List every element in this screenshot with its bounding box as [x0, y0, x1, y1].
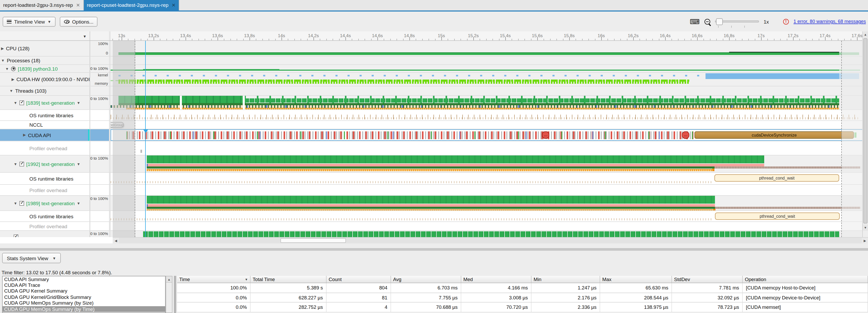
- stats-view-dropdown[interactable]: Stats System View ▼: [2, 253, 61, 263]
- timeline-row[interactable]: ▶CUDA HW (0000:19:00.0 - NVIDIA kernelme…: [0, 73, 868, 86]
- list-table-splitter[interactable]: [174, 276, 176, 313]
- cpu-utilization-track[interactable]: [111, 41, 868, 56]
- timeline-row[interactable]: ▼Threads (103): [0, 86, 868, 96]
- scrollbar-thumb[interactable]: [863, 38, 867, 223]
- timeline-view-dropdown[interactable]: Timeline View ▼: [3, 16, 55, 27]
- options-button[interactable]: Options...: [60, 16, 97, 27]
- zoom-slider[interactable]: [715, 17, 759, 26]
- column-header[interactable]: StdDev: [672, 276, 743, 283]
- cuda-hw-track[interactable]: [111, 73, 868, 86]
- timeline-horizontal-scrollbar[interactable]: ◀ ▶: [113, 237, 868, 243]
- column-header[interactable]: Operation: [743, 276, 868, 283]
- process-utilization-track[interactable]: [111, 65, 868, 72]
- scroll-up-icon[interactable]: ▲: [166, 276, 172, 283]
- diagnostics-messages-link[interactable]: 1 error, 80 warnings, 68 messages: [794, 19, 866, 24]
- chevron-down-icon[interactable]: ▼: [77, 162, 81, 166]
- tab-report-loadtest[interactable]: report-loadtest-2gpu-3.nsys-rep ✕: [0, 0, 84, 10]
- expand-icon[interactable]: ▶: [11, 77, 14, 81]
- os-runtime-track[interactable]: [111, 110, 868, 120]
- profiler-overhead-track[interactable]: [111, 141, 868, 155]
- timeline-row[interactable]: 0 to 100%: [0, 231, 868, 237]
- thread-1839-track[interactable]: [111, 96, 868, 109]
- timeline-row[interactable]: OS runtime libraries: [0, 110, 868, 121]
- table-row[interactable]: 0.0%282.752 µs470.688 µs70.720 µs2.336 µ…: [177, 303, 868, 312]
- expand-icon[interactable]: ▶: [1, 46, 4, 50]
- pthread-cond-wait-event[interactable]: pthread_cond_wait: [715, 212, 840, 220]
- nccl-track[interactable]: ncclGroup...: [111, 121, 868, 129]
- table-row[interactable]: 0.0%628.227 µs817.755 µs3.008 µs2.176 µs…: [177, 293, 868, 303]
- cuda-api-track[interactable]: ... ... cudaDeviceSynchronize: [111, 129, 868, 141]
- timeline-row[interactable]: ▼Processes (18): [0, 57, 868, 65]
- column-header[interactable]: Max: [600, 276, 672, 283]
- expand-icon[interactable]: ▶: [23, 133, 26, 137]
- timeline-row[interactable]: NCCL ncclGroup...: [0, 121, 868, 129]
- app-window: report-loadtest-2gpu-3.nsys-rep ✕ report…: [0, 0, 868, 313]
- column-header[interactable]: Med: [461, 276, 531, 283]
- list-scrollbar[interactable]: ▲: [166, 276, 173, 313]
- scroll-down-icon[interactable]: ▼: [863, 224, 868, 231]
- tree-filter-dropdown-icon[interactable]: ▼: [83, 35, 87, 38]
- column-header[interactable]: Avg: [391, 276, 461, 283]
- column-header[interactable]: Time▼: [177, 276, 251, 283]
- timeline-row[interactable]: Profiler overhead: [0, 222, 868, 231]
- chevron-down-icon[interactable]: ▼: [77, 201, 81, 205]
- timeline-row[interactable]: ▶CPU (128) 100%0: [0, 41, 868, 57]
- timeline-vertical-scrollbar[interactable]: ▲ ▼: [862, 31, 868, 237]
- nccl-group-event[interactable]: ncclGroup...: [111, 122, 124, 128]
- collapse-icon[interactable]: ▼: [13, 201, 17, 205]
- checkbox-checked-icon[interactable]: [20, 100, 24, 105]
- close-icon[interactable]: ✕: [76, 3, 80, 8]
- collapsed-events-chip[interactable]: ...: [542, 131, 549, 139]
- timeline-row[interactable]: Profiler overhead: [0, 141, 868, 155]
- checkbox-checked-icon[interactable]: [20, 162, 24, 166]
- cuda-device-synchronize-event[interactable]: cudaDeviceSynchronize: [694, 131, 854, 139]
- timeline-row[interactable]: ▼[1839] text-generation▼ 0 to 100%: [0, 96, 868, 110]
- timeline-row[interactable]: OS runtime libraries pthread_cond_wait: [0, 211, 868, 222]
- timeline-row[interactable]: ▼[1992] text-generation▼ 0 to 100%: [0, 155, 868, 173]
- os-runtime-track[interactable]: pthread_cond_wait: [111, 173, 868, 184]
- ruler-tick-mark: [186, 37, 186, 40]
- scroll-left-icon[interactable]: ◀: [113, 238, 119, 243]
- scrollbar-thumb[interactable]: [280, 238, 346, 243]
- collapse-icon[interactable]: ▼: [13, 101, 17, 104]
- table-row[interactable]: 100.0%5.389 s8046.703 ms4.166 ms1.247 µs…: [177, 283, 868, 293]
- collapse-icon[interactable]: ▼: [1, 59, 5, 62]
- timeline-row[interactable]: Profiler overhead: [0, 185, 868, 196]
- thread-1989-track[interactable]: [111, 196, 868, 210]
- scroll-up-icon[interactable]: ▲: [863, 31, 868, 38]
- column-header[interactable]: Total Time: [251, 276, 327, 283]
- collapse-icon[interactable]: ▼: [9, 89, 13, 93]
- pthread-cond-wait-event[interactable]: pthread_cond_wait: [714, 174, 839, 182]
- checkbox-checked-icon[interactable]: [13, 234, 18, 237]
- column-header[interactable]: Count: [327, 276, 391, 283]
- column-header[interactable]: Min: [531, 276, 600, 283]
- stats-list-item[interactable]: CUDA GPU MemOps Summary (by Time): [3, 306, 165, 312]
- os-runtime-track[interactable]: pthread_cond_wait: [111, 211, 868, 221]
- checkbox-checked-icon[interactable]: [20, 201, 24, 205]
- stats-list-item[interactable]: CUDA GPU MemOps Summary (by Size): [3, 300, 165, 306]
- timeline-row[interactable]: OS runtime libraries pthread_cond_wait: [0, 173, 868, 185]
- tab-report-cpuset[interactable]: report-cpuset-loadtest-2gpu.nsys-rep ✕: [84, 0, 179, 10]
- thread-track[interactable]: [111, 231, 868, 237]
- stats-list-item[interactable]: CUDA GPU Kernel/Grid/Block Summary: [3, 294, 165, 300]
- timeline-row[interactable]: ▼[1989] text-generation▼ 0 to 100%: [0, 196, 868, 211]
- stats-list-item[interactable]: CUDA GPU Kernel Summary: [3, 288, 165, 294]
- thread-1992-track[interactable]: [111, 155, 868, 172]
- collapsed-events-chip[interactable]: ...: [682, 131, 689, 139]
- stats-report-list[interactable]: CUDA API SummaryCUDA API TraceCUDA GPU K…: [2, 276, 166, 313]
- timeline-row[interactable]: ▼[1839] python3.10 0 to 100%: [0, 65, 868, 73]
- stats-list-item[interactable]: CUDA API Trace: [3, 282, 165, 288]
- stats-list-item[interactable]: CUDA API Summary: [3, 276, 165, 282]
- keyboard-icon[interactable]: ⌨: [690, 18, 700, 25]
- scroll-right-icon[interactable]: ▶: [862, 238, 868, 243]
- collapse-icon[interactable]: ▼: [13, 162, 17, 166]
- timeline-row-selected[interactable]: ▶CUDA API ... ... cudaDeviceSynchronize: [0, 129, 868, 141]
- scrollbar-track[interactable]: [119, 238, 862, 243]
- zoom-slider-thumb[interactable]: [716, 18, 723, 25]
- collapse-icon[interactable]: ▼: [5, 67, 9, 70]
- record-target-icon[interactable]: [11, 66, 16, 71]
- close-icon[interactable]: ✕: [172, 3, 176, 8]
- panel-splitter[interactable]: [0, 243, 868, 251]
- zoom-out-icon[interactable]: [705, 19, 710, 24]
- chevron-down-icon[interactable]: ▼: [77, 101, 81, 104]
